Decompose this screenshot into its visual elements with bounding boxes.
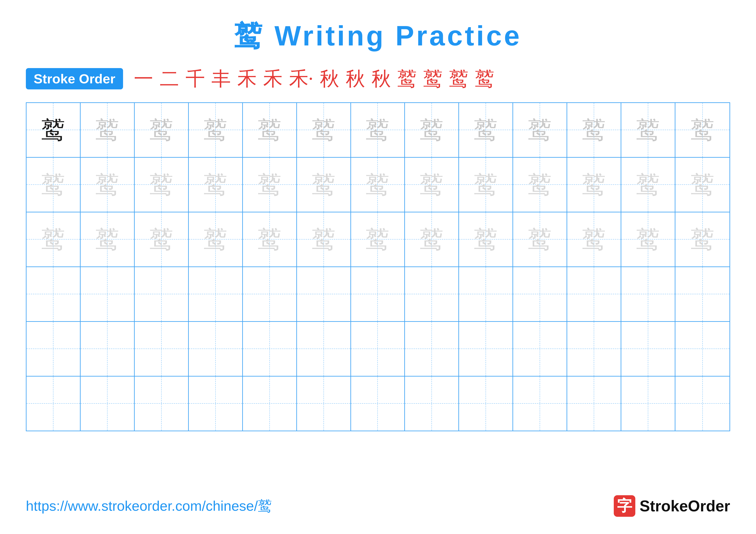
grid-cell-5-7[interactable] — [351, 322, 405, 376]
stroke-9: 秋 — [346, 69, 365, 89]
grid-cell-3-2[interactable]: 鹫 — [81, 213, 135, 267]
grid-row-3: 鹫 鹫 鹫 鹫 鹫 鹫 鹫 鹫 鹫 鹫 鹫 鹫 鹫 — [27, 213, 729, 267]
grid-row-4 — [27, 267, 729, 322]
grid-cell-6-4[interactable] — [189, 376, 243, 431]
grid-cell-1-4[interactable]: 鹫 — [189, 103, 243, 157]
grid-cell-2-2[interactable]: 鹫 — [81, 158, 135, 212]
grid-cell-4-2[interactable] — [81, 267, 135, 321]
stroke-8: 秋 — [320, 69, 339, 89]
grid-cell-3-9[interactable]: 鹫 — [459, 213, 513, 267]
grid-cell-6-13[interactable] — [675, 376, 729, 431]
grid-cell-2-12[interactable]: 鹫 — [621, 158, 675, 212]
grid-cell-3-8[interactable]: 鹫 — [405, 213, 459, 267]
grid-cell-5-12[interactable] — [621, 322, 675, 376]
grid-cell-6-6[interactable] — [297, 376, 351, 431]
footer-url[interactable]: https://www.strokeorder.com/chinese/鹫 — [26, 496, 272, 516]
grid-cell-1-6[interactable]: 鹫 — [297, 103, 351, 157]
stroke-1: 一 — [134, 69, 153, 89]
grid-cell-4-11[interactable] — [567, 267, 621, 321]
grid-cell-2-9[interactable]: 鹫 — [459, 158, 513, 212]
grid-cell-4-10[interactable] — [513, 267, 567, 321]
grid-cell-2-13[interactable]: 鹫 — [675, 158, 729, 212]
grid-cell-5-10[interactable] — [513, 322, 567, 376]
grid-cell-6-9[interactable] — [459, 376, 513, 431]
grid-cell-2-3[interactable]: 鹫 — [135, 158, 189, 212]
grid-cell-3-1[interactable]: 鹫 — [27, 213, 81, 267]
grid-cell-3-11[interactable]: 鹫 — [567, 213, 621, 267]
grid-cell-2-10[interactable]: 鹫 — [513, 158, 567, 212]
practice-grid: 鹫 鹫 鹫 鹫 鹫 鹫 鹫 鹫 鹫 鹫 鹫 鹫 鹫 鹫 鹫 鹫 鹫 鹫 鹫 鹫 … — [26, 102, 730, 431]
grid-cell-5-6[interactable] — [297, 322, 351, 376]
grid-cell-1-10[interactable]: 鹫 — [513, 103, 567, 157]
grid-cell-4-12[interactable] — [621, 267, 675, 321]
grid-cell-6-2[interactable] — [81, 376, 135, 431]
grid-cell-4-6[interactable] — [297, 267, 351, 321]
grid-cell-5-9[interactable] — [459, 322, 513, 376]
grid-cell-2-8[interactable]: 鹫 — [405, 158, 459, 212]
grid-cell-3-12[interactable]: 鹫 — [621, 213, 675, 267]
grid-cell-1-12[interactable]: 鹫 — [621, 103, 675, 157]
grid-cell-5-1[interactable] — [27, 322, 81, 376]
grid-cell-4-1[interactable] — [27, 267, 81, 321]
grid-cell-1-5[interactable]: 鹫 — [243, 103, 297, 157]
grid-cell-5-2[interactable] — [81, 322, 135, 376]
grid-cell-1-1[interactable]: 鹫 — [27, 103, 81, 157]
grid-cell-5-13[interactable] — [675, 322, 729, 376]
stroke-4: 丰 — [211, 69, 231, 89]
grid-cell-5-8[interactable] — [405, 322, 459, 376]
stroke-order-badge: Stroke Order — [26, 68, 123, 89]
grid-cell-6-10[interactable] — [513, 376, 567, 431]
stroke-10: 秋 — [371, 69, 391, 89]
grid-cell-4-8[interactable] — [405, 267, 459, 321]
grid-cell-1-2[interactable]: 鹫 — [81, 103, 135, 157]
grid-cell-1-13[interactable]: 鹫 — [675, 103, 729, 157]
stroke-13: 鹫 — [449, 69, 469, 89]
grid-cell-3-5[interactable]: 鹫 — [243, 213, 297, 267]
grid-cell-2-1[interactable]: 鹫 — [27, 158, 81, 212]
grid-cell-3-6[interactable]: 鹫 — [297, 213, 351, 267]
grid-cell-4-3[interactable] — [135, 267, 189, 321]
grid-cell-5-4[interactable] — [189, 322, 243, 376]
grid-cell-1-11[interactable]: 鹫 — [567, 103, 621, 157]
grid-cell-6-3[interactable] — [135, 376, 189, 431]
grid-cell-1-3[interactable]: 鹫 — [135, 103, 189, 157]
grid-cell-5-5[interactable] — [243, 322, 297, 376]
grid-cell-3-3[interactable]: 鹫 — [135, 213, 189, 267]
footer: https://www.strokeorder.com/chinese/鹫 字 … — [26, 495, 730, 517]
grid-cell-5-3[interactable] — [135, 322, 189, 376]
stroke-6: 禾 — [263, 69, 283, 89]
grid-cell-6-7[interactable] — [351, 376, 405, 431]
grid-cell-2-4[interactable]: 鹫 — [189, 158, 243, 212]
grid-cell-3-7[interactable]: 鹫 — [351, 213, 405, 267]
grid-cell-3-4[interactable]: 鹫 — [189, 213, 243, 267]
stroke-11: 鹫 — [397, 69, 417, 89]
grid-cell-1-7[interactable]: 鹫 — [351, 103, 405, 157]
grid-cell-3-13[interactable]: 鹫 — [675, 213, 729, 267]
grid-cell-3-10[interactable]: 鹫 — [513, 213, 567, 267]
grid-cell-4-9[interactable] — [459, 267, 513, 321]
grid-cell-2-6[interactable]: 鹫 — [297, 158, 351, 212]
logo-text: StrokeOrder — [640, 497, 730, 515]
grid-cell-6-12[interactable] — [621, 376, 675, 431]
grid-cell-6-11[interactable] — [567, 376, 621, 431]
grid-cell-4-13[interactable] — [675, 267, 729, 321]
grid-cell-2-11[interactable]: 鹫 — [567, 158, 621, 212]
char-dark-1: 鹫 — [41, 118, 65, 142]
grid-cell-5-11[interactable] — [567, 322, 621, 376]
grid-cell-6-5[interactable] — [243, 376, 297, 431]
grid-row-6 — [27, 376, 729, 431]
grid-cell-2-7[interactable]: 鹫 — [351, 158, 405, 212]
grid-cell-4-4[interactable] — [189, 267, 243, 321]
grid-cell-1-8[interactable]: 鹫 — [405, 103, 459, 157]
grid-cell-1-9[interactable]: 鹫 — [459, 103, 513, 157]
title-character: 鹫 Writing Practice — [234, 20, 522, 51]
grid-cell-2-5[interactable]: 鹫 — [243, 158, 297, 212]
footer-logo: 字 StrokeOrder — [614, 495, 730, 517]
grid-cell-6-8[interactable] — [405, 376, 459, 431]
grid-cell-4-7[interactable] — [351, 267, 405, 321]
grid-cell-6-1[interactable] — [27, 376, 81, 431]
logo-icon: 字 — [614, 495, 635, 517]
stroke-3: 千 — [186, 69, 205, 89]
stroke-5: 禾 — [237, 69, 257, 89]
grid-cell-4-5[interactable] — [243, 267, 297, 321]
